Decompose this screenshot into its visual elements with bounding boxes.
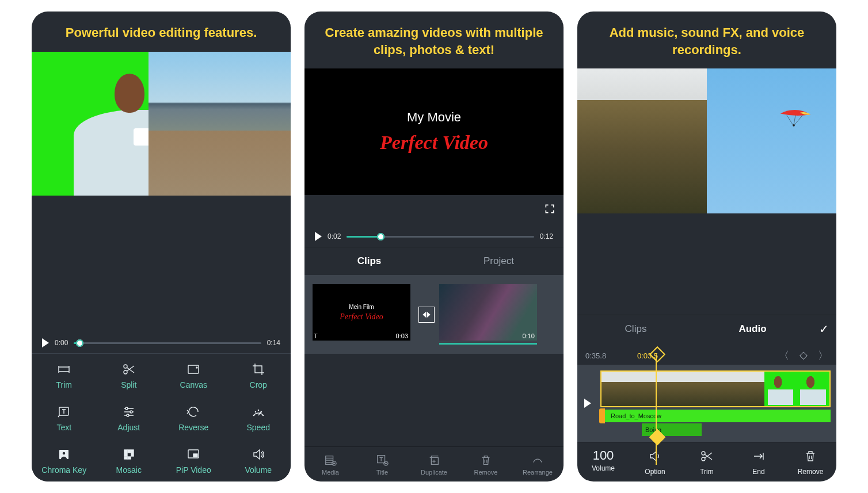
headline: Create amazing videos with multiple clip… xyxy=(304,12,564,68)
timeline[interactable]: Road_to_Moscow Boing xyxy=(577,365,836,442)
tabs: Clips Project xyxy=(304,247,564,275)
sky-clip xyxy=(707,68,836,213)
timeline-nav: 〈 ◇ 〉 xyxy=(779,349,828,362)
confirm-check-icon[interactable]: ✓ xyxy=(811,322,836,336)
tool-label: Speed xyxy=(247,423,270,432)
tab-clips[interactable]: Clips xyxy=(577,315,694,343)
time-current: 0:00 xyxy=(55,339,68,347)
time-indicator-row: 0:35.8 0:03.5 〈 ◇ 〉 xyxy=(577,343,836,365)
playhead[interactable] xyxy=(656,354,657,465)
clip-mini-subtitle: Perfect Video xyxy=(340,312,383,322)
audio-clip-music[interactable]: Road_to_Moscow xyxy=(600,410,831,422)
svg-point-0 xyxy=(124,365,127,368)
person-icon xyxy=(56,447,72,462)
clip-handle[interactable] xyxy=(599,408,605,423)
tool-label: Reverse xyxy=(178,423,208,432)
clip-duration: 0:03 xyxy=(396,333,408,339)
greenscreen-region xyxy=(32,52,149,196)
action-label: Media xyxy=(322,469,339,476)
tool-mosaic[interactable]: Mosaic xyxy=(97,439,162,481)
playback-bar: 0:00 0:14 xyxy=(32,333,291,353)
svg-point-12 xyxy=(262,415,263,415)
audio-remove[interactable]: Remove xyxy=(785,449,836,476)
audio-clip-fx[interactable]: Boing xyxy=(642,423,702,436)
scrubber[interactable] xyxy=(74,342,261,344)
action-title[interactable]: Title xyxy=(356,454,408,476)
tab-audio[interactable]: Audio xyxy=(694,315,811,343)
transition-button[interactable] xyxy=(418,307,435,323)
svg-point-29 xyxy=(793,124,795,127)
rearrange-icon xyxy=(531,454,544,467)
audio-option[interactable]: Option xyxy=(629,449,681,476)
preview-title-line2: Perfect Video xyxy=(380,132,488,154)
clip-2[interactable]: 2 0:10 xyxy=(439,284,537,345)
person-graphic xyxy=(55,66,149,196)
canvas-icon xyxy=(185,362,201,377)
playback-bar: 0:02 0:12 xyxy=(304,226,564,247)
tool-canvas[interactable]: Canvas xyxy=(161,354,226,396)
tool-speed[interactable]: Speed xyxy=(226,396,291,439)
tool-split[interactable]: Split xyxy=(97,354,162,396)
tool-text[interactable]: Text xyxy=(32,396,97,439)
audio-end[interactable]: End xyxy=(733,449,785,476)
scrubber-thumb[interactable] xyxy=(377,233,384,240)
svg-rect-21 xyxy=(128,457,131,459)
sliders-icon xyxy=(121,404,137,419)
tool-chromakey[interactable]: Chroma Key xyxy=(32,439,97,481)
svg-point-11 xyxy=(261,411,261,412)
svg-point-9 xyxy=(255,411,256,412)
svg-point-8 xyxy=(253,415,254,415)
next-keyframe-icon[interactable]: 〉 xyxy=(818,349,828,362)
tool-label: Mosaic xyxy=(116,465,142,475)
action-label: Volume xyxy=(592,464,615,472)
svg-point-31 xyxy=(702,457,705,461)
tool-trim[interactable]: Trim xyxy=(32,354,97,396)
text-plus-icon xyxy=(376,454,389,467)
action-label: Remove xyxy=(474,469,498,476)
svg-rect-17 xyxy=(131,450,134,453)
clip-1[interactable]: Mein Film Perfect Video T 0:03 xyxy=(313,284,410,345)
tab-project[interactable]: Project xyxy=(434,247,564,275)
clip-selected-indicator xyxy=(439,343,537,345)
play-button[interactable] xyxy=(315,232,322,241)
fullscreen-icon[interactable] xyxy=(544,203,555,217)
tool-crop[interactable]: Crop xyxy=(226,354,291,396)
audio-volume[interactable]: 100 Volume xyxy=(577,449,629,476)
speaker-icon xyxy=(250,447,267,462)
action-rearrange[interactable]: Rearrange xyxy=(512,454,564,476)
tool-label: Canvas xyxy=(180,380,207,389)
svg-point-3 xyxy=(196,367,197,368)
clip-duration: 0:10 xyxy=(523,333,535,339)
headline: Add music, sound FX, and voice recording… xyxy=(577,12,836,68)
action-remove[interactable]: Remove xyxy=(460,454,512,476)
tool-label: Adjust xyxy=(117,423,140,432)
tool-volume[interactable]: Volume xyxy=(226,439,291,481)
svg-point-1 xyxy=(124,370,127,374)
tool-reverse[interactable]: Reverse xyxy=(161,396,226,439)
keyframe-diamond-icon[interactable]: ◇ xyxy=(800,349,808,362)
video-track[interactable] xyxy=(600,370,831,407)
action-label: End xyxy=(752,468,764,476)
svg-rect-23 xyxy=(193,454,197,457)
hill-clip xyxy=(577,68,707,213)
preview-area: My Movie Perfect Video xyxy=(304,68,564,195)
play-button[interactable] xyxy=(42,338,49,347)
audio-trim[interactable]: Trim xyxy=(681,449,733,476)
action-media[interactable]: Media xyxy=(304,454,356,476)
tool-pip[interactable]: PiP Video xyxy=(161,439,226,481)
tool-adjust[interactable]: Adjust xyxy=(97,396,162,439)
volume-value: 100 xyxy=(593,449,614,462)
scrubber-thumb[interactable] xyxy=(76,339,83,347)
timeline-play-button[interactable] xyxy=(583,399,593,408)
action-duplicate[interactable]: Duplicate xyxy=(408,454,460,476)
svg-rect-19 xyxy=(131,453,134,456)
action-label: Duplicate xyxy=(421,469,447,476)
tab-clips[interactable]: Clips xyxy=(304,247,434,275)
speaker-icon xyxy=(647,449,663,465)
prev-keyframe-icon[interactable]: 〈 xyxy=(779,349,789,362)
time-current: 0:02 xyxy=(328,232,341,240)
preview-area xyxy=(32,52,291,196)
beach-region xyxy=(149,52,291,196)
scrubber[interactable] xyxy=(347,236,534,238)
scissors-icon xyxy=(121,362,137,377)
